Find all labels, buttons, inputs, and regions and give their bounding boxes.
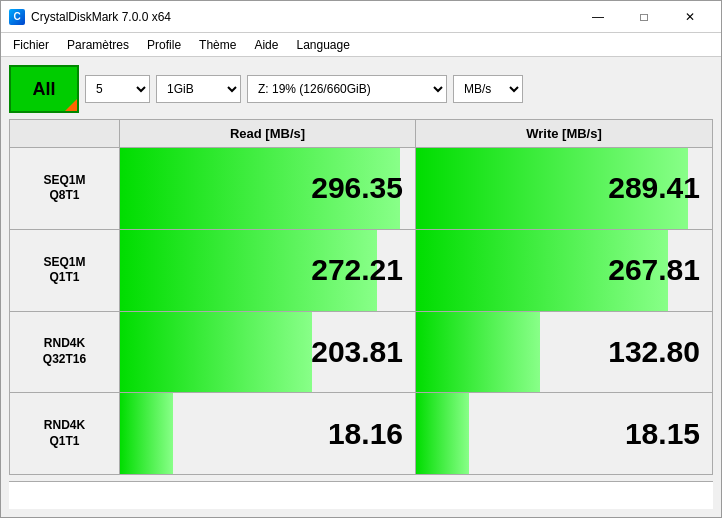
all-button[interactable]: All <box>9 65 79 113</box>
maximize-button[interactable]: □ <box>621 1 667 33</box>
row-label: SEQ1MQ8T1 <box>10 148 120 229</box>
read-bar <box>120 393 173 474</box>
window-title: CrystalDiskMark 7.0.0 x64 <box>31 10 575 24</box>
main-window: C CrystalDiskMark 7.0.0 x64 — □ ✕ Fichie… <box>0 0 722 518</box>
read-bar <box>120 312 312 393</box>
read-value: 18.16 <box>328 417 403 451</box>
menu-fichier[interactable]: Fichier <box>5 36 57 54</box>
write-value: 289.41 <box>608 171 700 205</box>
minimize-button[interactable]: — <box>575 1 621 33</box>
read-value: 296.35 <box>311 171 403 205</box>
titlebar: C CrystalDiskMark 7.0.0 x64 — □ ✕ <box>1 1 721 33</box>
write-cell: 18.15 <box>416 393 712 474</box>
drive-select[interactable]: Z: 19% (126/660GiB) <box>247 75 447 103</box>
write-bar <box>416 312 540 393</box>
read-cell: 203.81 <box>120 312 416 393</box>
window-controls: — □ ✕ <box>575 1 713 33</box>
menu-profile[interactable]: Profile <box>139 36 189 54</box>
write-cell: 132.80 <box>416 312 712 393</box>
app-icon: C <box>9 9 25 25</box>
menu-aide[interactable]: Aide <box>246 36 286 54</box>
content-area: All 5 1 3 1GiB 512MiB 4GiB Z: 19% (126/6… <box>1 57 721 517</box>
read-value: 203.81 <box>311 335 403 369</box>
read-cell: 272.21 <box>120 230 416 311</box>
write-value: 267.81 <box>608 253 700 287</box>
write-value: 132.80 <box>608 335 700 369</box>
read-cell: 18.16 <box>120 393 416 474</box>
menubar: Fichier Paramètres Profile Thème Aide La… <box>1 33 721 57</box>
write-cell: 267.81 <box>416 230 712 311</box>
footer <box>9 481 713 509</box>
table-header: Read [MB/s] Write [MB/s] <box>10 120 712 148</box>
read-value: 272.21 <box>311 253 403 287</box>
table-body: SEQ1MQ8T1 296.35 289.41 SEQ1MQ1T1 272.21… <box>10 148 712 474</box>
read-cell: 296.35 <box>120 148 416 229</box>
size-select[interactable]: 1GiB 512MiB 4GiB <box>156 75 241 103</box>
menu-parametres[interactable]: Paramètres <box>59 36 137 54</box>
count-select[interactable]: 5 1 3 <box>85 75 150 103</box>
results-table: Read [MB/s] Write [MB/s] SEQ1MQ8T1 296.3… <box>9 119 713 475</box>
table-row: SEQ1MQ8T1 296.35 289.41 <box>10 148 712 230</box>
col-write-header: Write [MB/s] <box>416 120 712 147</box>
row-label: RND4KQ32T16 <box>10 312 120 393</box>
row-label: SEQ1MQ1T1 <box>10 230 120 311</box>
table-row: RND4KQ32T16 203.81 132.80 <box>10 312 712 394</box>
menu-language[interactable]: Language <box>288 36 357 54</box>
table-row: RND4KQ1T1 18.16 18.15 <box>10 393 712 474</box>
write-bar <box>416 393 469 474</box>
write-cell: 289.41 <box>416 148 712 229</box>
toolbar: All 5 1 3 1GiB 512MiB 4GiB Z: 19% (126/6… <box>9 65 713 113</box>
write-value: 18.15 <box>625 417 700 451</box>
col-label-header <box>10 120 120 147</box>
close-button[interactable]: ✕ <box>667 1 713 33</box>
col-read-header: Read [MB/s] <box>120 120 416 147</box>
unit-select[interactable]: MB/s GB/s IOPS <box>453 75 523 103</box>
menu-theme[interactable]: Thème <box>191 36 244 54</box>
row-label: RND4KQ1T1 <box>10 393 120 474</box>
table-row: SEQ1MQ1T1 272.21 267.81 <box>10 230 712 312</box>
